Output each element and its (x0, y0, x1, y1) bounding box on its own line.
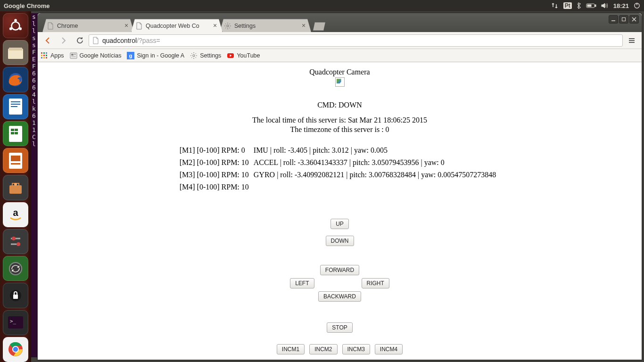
launcher-system-settings-icon[interactable] (3, 229, 28, 254)
google-icon: g (127, 52, 134, 59)
svg-rect-46 (43, 57, 45, 58)
svg-point-25 (14, 183, 17, 186)
new-tab-button[interactable] (313, 22, 325, 31)
launcher-updates-icon[interactable] (3, 256, 28, 281)
network-icon[interactable] (551, 2, 559, 9)
url-host: quadcontrol (102, 37, 137, 44)
launcher-privacy-icon[interactable] (3, 283, 28, 308)
right-button[interactable]: RIGHT (362, 278, 389, 288)
window-titlebar: Chrome × Quadcopter Web Co × Settings × (38, 13, 642, 32)
svg-point-28 (17, 242, 20, 246)
left-button[interactable]: LEFT (290, 278, 314, 288)
reload-button[interactable] (73, 34, 87, 47)
svg-rect-49 (71, 54, 74, 56)
stop-button[interactable]: STOP (327, 322, 352, 333)
clock[interactable]: 18:21 (613, 2, 629, 9)
svg-rect-43 (43, 55, 45, 56)
svg-rect-2 (587, 5, 591, 7)
motor-m4: [M4] [0-100] RPM: 10 (180, 182, 253, 193)
bookmark-apps[interactable]: Apps (41, 52, 64, 59)
file-icon (135, 22, 143, 30)
browser-toolbar: quadcontrol/?pass= (38, 32, 642, 49)
gear-icon (190, 52, 198, 59)
svg-rect-51 (74, 54, 76, 54)
tab-title: Settings (234, 23, 300, 29)
unity-launcher: a >_ (0, 11, 31, 362)
tab-close-icon[interactable]: × (123, 23, 130, 29)
browser-tab[interactable]: Settings × (220, 19, 311, 32)
forward-button[interactable]: FORWARD (320, 265, 359, 275)
tab-title: Quadcopter Web Co (146, 23, 212, 29)
up-button[interactable]: UP (330, 219, 349, 229)
window-maximize-icon[interactable] (619, 15, 628, 24)
tab-close-icon[interactable]: × (300, 23, 307, 29)
tab-title: Chrome (57, 23, 123, 29)
incm1-button[interactable]: INCM1 (277, 344, 305, 354)
svg-point-6 (9, 27, 12, 30)
svg-rect-50 (71, 57, 76, 57)
svg-rect-41 (46, 52, 47, 54)
window-minimize-icon[interactable] (609, 15, 618, 24)
bookmarks-bar: Apps Google Notícias g Sign in - Google … (38, 49, 642, 62)
launcher-amazon-icon[interactable]: a (3, 202, 28, 227)
svg-point-55 (193, 54, 195, 56)
session-icon[interactable] (634, 2, 640, 9)
launcher-dash-icon[interactable] (3, 13, 28, 38)
launcher-impress-icon[interactable] (3, 148, 28, 173)
svg-rect-23 (11, 163, 20, 165)
bookmark-youtube[interactable]: YouTube (227, 52, 260, 59)
bookmark-label: Settings (200, 52, 221, 59)
launcher-terminal-icon[interactable]: >_ (3, 310, 28, 335)
bluetooth-icon[interactable] (577, 2, 581, 9)
battery-icon[interactable] (586, 3, 596, 8)
svg-point-29 (9, 263, 22, 275)
imu-line: IMU | roll: -3.405 | pitch: 3.012 | yaw:… (254, 145, 500, 156)
bookmark-signin[interactable]: g Sign in - Google A (127, 52, 184, 59)
window-close-icon[interactable] (629, 15, 639, 24)
svg-rect-31 (13, 295, 18, 299)
incm4-button[interactable]: INCM4 (375, 344, 403, 354)
motor-m2: [M2] [0-100] RPM: 10 (180, 157, 253, 169)
server-tz-line: The timezone of this server is : 0 (38, 125, 642, 134)
bookmark-google-noticias[interactable]: Google Notícias (70, 52, 122, 59)
sound-icon[interactable] (601, 2, 609, 9)
incm3-button[interactable]: INCM3 (342, 344, 370, 354)
keyboard-indicator[interactable]: Pt (563, 2, 572, 9)
page-title: Quadcopter Camera (38, 68, 642, 76)
svg-rect-9 (9, 48, 22, 50)
bookmark-settings[interactable]: Settings (190, 52, 221, 59)
svg-text:a: a (13, 207, 18, 218)
url-path: /?pass= (137, 37, 160, 44)
launcher-firefox-icon[interactable] (3, 67, 28, 92)
cmd-status: CMD: DOWN (38, 101, 642, 109)
svg-rect-24 (9, 185, 22, 194)
launcher-software-icon[interactable] (3, 175, 28, 200)
bookmark-label: YouTube (237, 52, 260, 59)
svg-rect-47 (46, 57, 47, 58)
browser-tab[interactable]: Chrome × (42, 19, 134, 32)
launcher-files-icon[interactable] (3, 40, 28, 65)
telemetry-table: [M1] [0-100] RPM: 0 IMU | roll: -3.405 |… (179, 144, 501, 194)
incm2-button[interactable]: INCM2 (309, 344, 337, 354)
svg-point-4 (12, 22, 20, 30)
backward-button[interactable]: BACKWARD (318, 291, 361, 302)
gyro-line: GYRO | roll: -3.40992082121 | pitch: 3.0… (254, 170, 500, 181)
address-bar[interactable]: quadcontrol/?pass= (89, 34, 623, 47)
svg-rect-18 (15, 129, 18, 131)
launcher-writer-icon[interactable] (3, 94, 28, 119)
tab-close-icon[interactable]: × (212, 23, 218, 29)
svg-rect-37 (622, 18, 626, 21)
browser-tab[interactable]: Quadcopter Web Co × (131, 19, 223, 32)
accel-line: ACCEL | roll: -3.36041343337 | pitch: 3.… (254, 157, 500, 169)
bookmark-label: Apps (50, 52, 64, 59)
news-icon (70, 52, 77, 59)
chrome-menu-button[interactable] (625, 34, 639, 47)
youtube-icon (227, 52, 234, 59)
down-button[interactable]: DOWN (326, 236, 354, 246)
svg-rect-52 (74, 55, 76, 55)
launcher-calc-icon[interactable] (3, 121, 28, 146)
back-button[interactable] (41, 34, 55, 47)
launcher-chrome-icon[interactable] (3, 337, 28, 362)
gear-icon (224, 22, 231, 30)
svg-point-27 (12, 237, 16, 240)
